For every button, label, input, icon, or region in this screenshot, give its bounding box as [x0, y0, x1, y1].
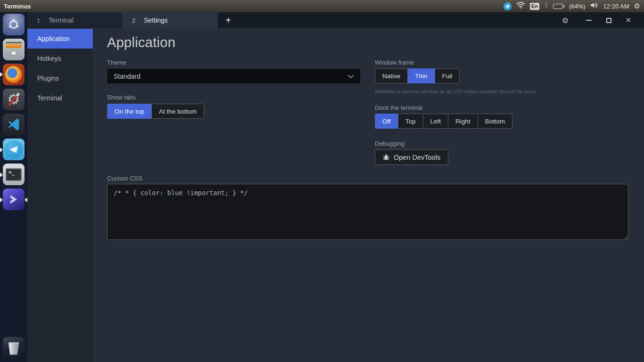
theme-selected-value: Standard — [114, 73, 140, 80]
show-tabs-group: On the top At the bottom — [107, 104, 204, 119]
vscode-logo-icon — [7, 117, 21, 132]
dock-icon-terminal[interactable]: >_ — [3, 164, 25, 185]
show-tabs-label: Show tabs — [107, 94, 136, 101]
window-controls: ⚙ ✕ — [555, 12, 644, 28]
minimize-button[interactable] — [579, 12, 599, 28]
running-indicator-telegram — [0, 148, 3, 152]
dock-terminal-group: Off Top Left Right Bottom — [375, 114, 512, 129]
panel-settings-gear-icon[interactable]: ⚙ — [634, 3, 640, 10]
bluetooth-icon[interactable] — [544, 2, 548, 10]
close-button[interactable]: ✕ — [619, 12, 638, 28]
tab-settings[interactable]: 2 Settings — [123, 12, 218, 28]
telegram-tray-icon[interactable] — [504, 2, 512, 10]
show-tabs-option-bottom[interactable]: At the bottom — [152, 104, 204, 118]
custom-css-label: Custom CSS — [107, 175, 142, 182]
settings-sidebar: Application Hotkeys Plugins Terminal — [27, 28, 93, 362]
paper-plane-icon — [505, 4, 510, 8]
theme-select[interactable]: Standard — [107, 68, 361, 84]
drawer-slot — [6, 42, 22, 43]
dock-icon-firefox[interactable] — [3, 64, 25, 85]
window-frame-option-full[interactable]: Full — [435, 69, 460, 83]
trash-bucket-icon — [8, 341, 20, 355]
dock-option-bottom[interactable]: Bottom — [478, 114, 512, 128]
sidebar-item-application[interactable]: Application — [27, 29, 93, 49]
window-frame-group: Native Thin Full — [375, 68, 460, 83]
minimize-icon — [586, 20, 592, 21]
page-title: Application — [107, 35, 175, 50]
settings-gear-icon[interactable]: ⚙ — [555, 12, 575, 28]
dock: ⚙ >_ — [0, 12, 27, 362]
active-window-title: Terminus — [4, 3, 31, 10]
terminus-window: 1 Terminal 2 Settings + ⚙ ✕ Application … — [27, 12, 644, 362]
tab-terminal[interactable]: 1 Terminal — [27, 12, 123, 28]
settings-body: Application Hotkeys Plugins Terminal App… — [27, 28, 644, 362]
running-indicator-terminus — [0, 197, 3, 202]
tab-bar: 1 Terminal 2 Settings + ⚙ ✕ — [27, 12, 644, 28]
theme-label: Theme — [107, 59, 126, 66]
firefox-globe-icon — [5, 66, 22, 83]
chevron-down-icon — [347, 74, 354, 78]
new-tab-button[interactable]: + — [218, 12, 239, 28]
show-tabs-option-top[interactable]: On the top — [107, 104, 152, 119]
dock-icon-system-tools[interactable]: ⚙ — [3, 89, 25, 110]
custom-css-textarea[interactable]: /* * { color: blue !important; } */ — [107, 184, 628, 240]
sidebar-item-hotkeys[interactable]: Hotkeys — [27, 49, 93, 68]
window-frame-label: Window frame — [375, 59, 414, 66]
dock-icon-terminus[interactable] — [3, 189, 25, 210]
drawer-label — [11, 51, 17, 55]
running-indicator-terminal — [0, 173, 3, 177]
ubuntu-logo-icon — [8, 18, 20, 31]
clock[interactable]: 12:20 AM — [603, 3, 629, 10]
window-frame-option-thin[interactable]: Thin — [408, 68, 435, 83]
dock-option-top[interactable]: Top — [398, 114, 423, 128]
battery-icon[interactable] — [553, 4, 564, 9]
sidebar-item-plugins[interactable]: Plugins — [27, 68, 93, 88]
desktop: Terminus En (64%) 12:20 AM ⚙ — [0, 0, 644, 362]
tab-label: Settings — [144, 16, 168, 24]
terminal-screen: >_ — [6, 168, 22, 181]
maximize-button[interactable] — [599, 12, 619, 28]
settings-content: Application Theme Standard Show tabs On … — [93, 28, 644, 362]
open-devtools-label: Open DevTools — [394, 154, 440, 161]
open-devtools-button[interactable]: Open DevTools — [375, 149, 448, 165]
folder-stripe — [6, 44, 22, 48]
tab-label: Terminal — [49, 16, 74, 24]
terminus-chevron-icon — [7, 193, 20, 206]
keyboard-layout-indicator[interactable]: En — [530, 3, 539, 10]
dock-icon-telegram[interactable] — [3, 139, 25, 160]
running-indicator-firefox — [0, 72, 3, 77]
dock-option-right[interactable]: Right — [448, 114, 478, 128]
debugging-label: Debugging — [375, 140, 405, 147]
dock-icon-trash[interactable] — [3, 337, 25, 359]
volume-icon[interactable] — [590, 2, 599, 10]
dock-icon-ubuntu-software[interactable] — [3, 14, 25, 35]
dock-option-left[interactable]: Left — [423, 114, 449, 128]
paper-plane-icon — [9, 146, 18, 154]
window-frame-option-native[interactable]: Native — [375, 69, 408, 83]
window-frame-hint: Whether a custom window or an OS native … — [375, 89, 536, 94]
system-tray: En (64%) 12:20 AM ⚙ — [504, 2, 640, 10]
sidebar-item-terminal[interactable]: Terminal — [27, 88, 93, 108]
tab-number: 2 — [132, 17, 135, 24]
bug-icon — [383, 154, 389, 161]
dock-icon-vscode[interactable] — [3, 114, 25, 135]
telegram-circle — [5, 140, 23, 158]
dock-option-off[interactable]: Off — [375, 114, 398, 129]
wifi-icon[interactable] — [516, 2, 525, 10]
system-panel: Terminus En (64%) 12:20 AM ⚙ — [0, 0, 644, 12]
battery-percent: (64%) — [569, 3, 586, 10]
maximize-icon — [606, 18, 611, 23]
tab-number: 1 — [37, 17, 40, 24]
dock-terminal-label: Dock the terminal — [375, 104, 422, 111]
dock-icon-archive-manager[interactable] — [3, 39, 25, 60]
